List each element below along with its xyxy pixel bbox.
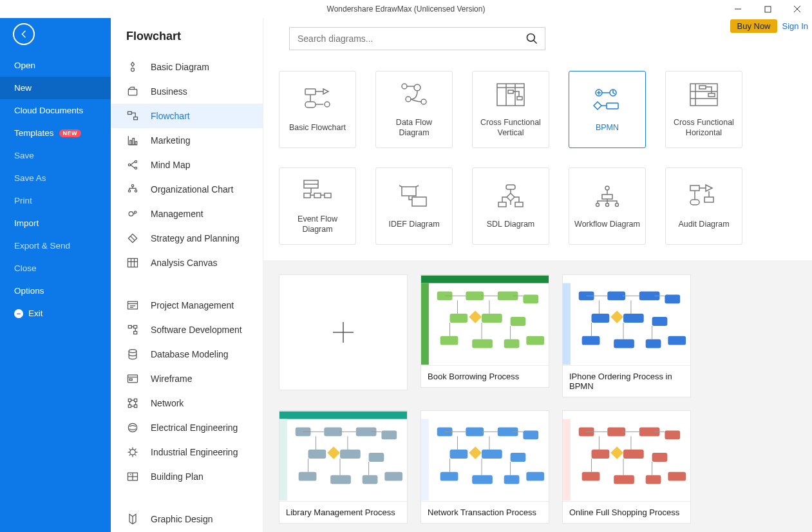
- svg-rect-118: [440, 336, 458, 345]
- sidebar-item-export-send[interactable]: Export & Send: [0, 234, 111, 257]
- svg-rect-73: [517, 97, 522, 100]
- diagram-type-audit-diagram[interactable]: Audit Diagram: [665, 167, 742, 245]
- category-label: Organizational Chart: [151, 184, 233, 195]
- diagram-icon: [688, 81, 720, 108]
- category-item-electrical-engineering[interactable]: Electrical Engineering: [111, 415, 263, 440]
- diagram-type-sdl-diagram[interactable]: SDL Diagram: [472, 167, 549, 245]
- svg-rect-139: [279, 412, 407, 419]
- category-item-flowchart[interactable]: Flowchart: [111, 104, 263, 128]
- sidebar-item-open[interactable]: Open: [0, 54, 111, 77]
- svg-rect-125: [563, 283, 571, 365]
- svg-point-100: [606, 203, 609, 206]
- category-item-strategy-and-planning[interactable]: Strategy and Planning: [111, 226, 263, 251]
- svg-rect-96: [515, 202, 523, 207]
- svg-rect-114: [523, 294, 538, 303]
- diagram-type-idef-diagram[interactable]: IDEF Diagram: [375, 167, 453, 245]
- category-item-graphic-design[interactable]: Graphic Design: [111, 507, 263, 531]
- category-label: Mind Map: [151, 160, 190, 170]
- category-item-analysis-canvas[interactable]: Analysis Canvas: [111, 251, 263, 275]
- svg-rect-98: [602, 195, 612, 199]
- category-icon: [126, 134, 139, 147]
- category-label: Marketing: [151, 135, 190, 146]
- sidebar-item-save[interactable]: Save: [0, 144, 111, 167]
- svg-rect-104: [704, 197, 713, 202]
- svg-rect-32: [134, 325, 137, 328]
- category-item-marketing[interactable]: Marketing: [111, 128, 263, 153]
- diagram-type-data-flow-diagram[interactable]: Data Flow Diagram: [375, 71, 453, 148]
- template-online-full-shopping-process[interactable]: Online Full Shopping Process: [562, 410, 691, 524]
- diagram-type-cross-functional-horizontal[interactable]: Cross Functional Horizontal: [665, 71, 742, 148]
- category-item-organizational-chart[interactable]: Organizational Chart: [111, 177, 263, 202]
- sidebar-item-close[interactable]: Close: [0, 257, 111, 280]
- diagram-type-basic-flowchart[interactable]: Basic Flowchart: [279, 71, 356, 148]
- category-item-management[interactable]: Management: [111, 202, 263, 226]
- diagram-type-bpmn[interactable]: BPMN: [569, 71, 646, 148]
- category-icon: [126, 372, 139, 385]
- category-label: Network: [151, 398, 184, 408]
- svg-rect-129: [665, 294, 680, 303]
- diagram-type-workflow-diagram[interactable]: Workflow Diagram: [569, 167, 646, 245]
- category-icon: [126, 232, 139, 245]
- template-iphone-ordering-process-in-bpmn[interactable]: IPhone Ordering Process in BPMN: [562, 274, 691, 397]
- sidebar-item-templates[interactable]: TemplatesNEW: [0, 122, 111, 144]
- svg-rect-140: [279, 419, 287, 501]
- template-network-transaction-process[interactable]: Network Transaction Process: [420, 410, 549, 524]
- svg-rect-38: [128, 399, 131, 401]
- category-item-project-management[interactable]: Project Management: [111, 293, 263, 318]
- buy-now-button[interactable]: Buy Now: [730, 19, 777, 33]
- diagram-type-cross-functional-vertical[interactable]: Cross Functional Vertical: [472, 71, 549, 148]
- template-book-borrowing-process[interactable]: Book Borrowing Process: [420, 274, 549, 388]
- category-item-business[interactable]: Business: [111, 79, 263, 104]
- sidebar-item-exit[interactable]: −Exit: [0, 302, 111, 325]
- blank-thumb: [279, 275, 407, 390]
- sidebar-item-new[interactable]: New: [0, 77, 111, 99]
- minimize-button[interactable]: [723, 0, 753, 18]
- sidebar-item-import[interactable]: Import: [0, 212, 111, 234]
- plus-icon: [329, 318, 357, 347]
- svg-rect-157: [466, 427, 484, 436]
- category-item-building-plan[interactable]: Building Plan: [111, 464, 263, 489]
- sidebar-item-options[interactable]: Options: [0, 280, 111, 302]
- svg-rect-7: [128, 111, 132, 114]
- category-item-network[interactable]: Network: [111, 391, 263, 415]
- svg-rect-147: [369, 453, 384, 462]
- diagram-icon: [398, 81, 430, 108]
- diagram-icon: [495, 81, 527, 108]
- diagram-type-event-flow-diagram[interactable]: Event Flow Diagram: [279, 167, 356, 245]
- close-button[interactable]: [782, 0, 812, 18]
- category-item-database-modeling[interactable]: Database Modeling: [111, 342, 263, 366]
- diagram-label: Cross Functional Vertical: [477, 117, 545, 138]
- svg-rect-176: [623, 450, 644, 459]
- diagram-label: Data Flow Diagram: [380, 117, 448, 138]
- sidebar-item-print[interactable]: Print: [0, 189, 111, 212]
- svg-rect-170: [563, 419, 571, 501]
- template-blank[interactable]: [279, 274, 408, 390]
- search-input[interactable]: [297, 33, 525, 44]
- category-label: Project Management: [151, 300, 234, 310]
- diagram-label: IDEF Diagram: [388, 219, 439, 229]
- template-thumb: [421, 275, 549, 365]
- sign-in-link[interactable]: Sign In: [782, 21, 808, 31]
- back-button[interactable]: [13, 23, 35, 45]
- category-item-basic-diagram[interactable]: Basic Diagram: [111, 55, 263, 79]
- maximize-button[interactable]: [753, 0, 782, 18]
- search-box[interactable]: [289, 27, 545, 50]
- category-item-mind-map[interactable]: Mind Map: [111, 153, 263, 177]
- category-label: Business: [151, 86, 187, 97]
- sidebar-item-save-as[interactable]: Save As: [0, 167, 111, 189]
- category-icon: [126, 323, 139, 336]
- diagram-icon: [398, 183, 430, 210]
- svg-rect-131: [623, 314, 644, 323]
- svg-rect-116: [482, 314, 502, 323]
- sidebar-item-cloud-documents[interactable]: Cloud Documents: [0, 99, 111, 122]
- sidebar-item-label: Exit: [28, 309, 43, 318]
- svg-rect-133: [582, 336, 600, 345]
- svg-rect-88: [304, 193, 310, 198]
- category-item-industrial-engineering[interactable]: Industrial Engineering: [111, 440, 263, 464]
- category-icon: [126, 183, 139, 196]
- template-library-management-process[interactable]: Library Management Process: [279, 410, 408, 524]
- category-item-software-development[interactable]: Software Development: [111, 318, 263, 342]
- category-item-wireframe[interactable]: Wireframe: [111, 366, 263, 391]
- category-label: Basic Diagram: [151, 62, 209, 72]
- category-header: Flowchart: [111, 18, 263, 55]
